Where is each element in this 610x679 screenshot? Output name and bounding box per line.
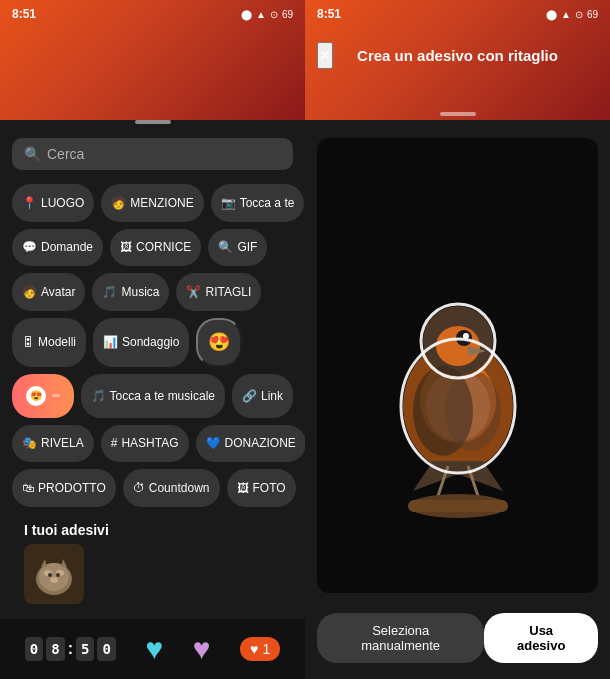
camera-icon: 📷 — [221, 196, 236, 210]
svg-point-15 — [445, 371, 501, 451]
sticker-menzione[interactable]: 🧑 MENZIONE — [101, 184, 203, 222]
clock-m2: 0 — [97, 637, 115, 661]
manual-select-button[interactable]: Seleziona manualmente — [317, 613, 484, 663]
svg-point-4 — [48, 573, 52, 577]
sticker-donazione[interactable]: 💙 DONAZIONE — [196, 425, 306, 463]
sticker-luogo[interactable]: 📍 LUOGO — [12, 184, 94, 222]
music2-icon: 🎵 — [91, 389, 106, 403]
sticker-tocca-te[interactable]: 📷 Tocca a te — [211, 184, 305, 222]
sticker-hashtag[interactable]: # HASHTAG — [101, 425, 189, 463]
cornice-icon: 🖼 — [120, 240, 132, 254]
rivela-icon: 🎭 — [22, 436, 37, 450]
sticker-prodotto[interactable]: 🛍 PRODOTTO — [12, 469, 116, 507]
sticker-row-3: 🧑 Avatar 🎵 Musica ✂️ RITAGLI — [12, 273, 293, 311]
search-bar[interactable]: 🔍 Cerca — [12, 138, 293, 170]
link-icon: 🔗 — [242, 389, 257, 403]
heart-purple-icon[interactable]: ♥ — [193, 632, 211, 666]
slider-track — [52, 394, 60, 397]
right-panel: 8:51 ⬤ ▲ ⊙ 69 × Crea un adesivo con rita… — [305, 0, 610, 679]
sticker-row-5: 😍 🎵 Tocca a te musicale 🔗 Link — [12, 374, 293, 418]
product-icon: 🛍 — [22, 481, 34, 495]
stickers-grid: 📍 LUOGO 🧑 MENZIONE 📷 Tocca a te 💬 Domand… — [0, 180, 305, 619]
notification-count: 1 — [262, 641, 270, 657]
bird-illustration — [348, 206, 568, 526]
drag-handle-right — [440, 112, 476, 116]
my-stickers-section: I tuoi adesivi — [12, 514, 293, 616]
modelli-icon: 🎛 — [22, 335, 34, 349]
close-button[interactable]: × — [317, 42, 333, 69]
sticker-tocca-musicale[interactable]: 🎵 Tocca a te musicale — [81, 374, 225, 418]
my-stickers-label: I tuoi adesivi — [12, 514, 293, 544]
right-signal-icon: ▲ — [561, 9, 571, 20]
slider-sticker[interactable]: 😍 — [12, 374, 74, 418]
heart-blue-icon[interactable]: ♥ — [145, 632, 163, 666]
sticker-avatar[interactable]: 🧑 Avatar — [12, 273, 85, 311]
sticker-row-4: 🎛 Modelli 📊 Sondaggio 😍 — [12, 318, 293, 368]
bird-svg-wrapper — [317, 138, 598, 593]
sondaggio-icon: 📊 — [103, 335, 118, 349]
sticker-domande[interactable]: 💬 Domande — [12, 229, 103, 267]
svg-point-6 — [50, 577, 58, 583]
gif-icon: 🔍 — [218, 240, 233, 254]
search-icon: 🔍 — [24, 146, 41, 162]
sticker-row-2: 💬 Domande 🖼 CORNICE 🔍 GIF — [12, 229, 293, 267]
slider-dot: 😍 — [26, 386, 46, 406]
sticker-gif[interactable]: 🔍 GIF — [208, 229, 267, 267]
sticker-musica[interactable]: 🎵 Musica — [92, 273, 169, 311]
sticker-row-6: 🎭 RIVELA # HASHTAG 💙 DONAZIONE — [12, 425, 293, 463]
use-sticker-button[interactable]: Usa adesivo — [484, 613, 598, 663]
battery-icon: 69 — [282, 9, 293, 20]
bottom-bar-left: 0 8 : 5 0 ♥ ♥ ♥ 1 — [0, 619, 305, 679]
right-bluetooth-icon: ⬤ — [546, 9, 557, 20]
domande-icon: 💬 — [22, 240, 37, 254]
music-icon: 🎵 — [102, 285, 117, 299]
search-placeholder: Cerca — [47, 146, 84, 162]
signal-icon: ▲ — [256, 9, 266, 20]
sticker-sondaggio[interactable]: 📊 Sondaggio — [93, 318, 189, 368]
drag-handle-left — [135, 120, 171, 124]
scissors-icon: ✂️ — [186, 285, 201, 299]
svg-point-5 — [56, 573, 60, 577]
bluetooth-icon: ⬤ — [241, 9, 252, 20]
right-header: × Crea un adesivo con ritaglio — [305, 30, 610, 80]
sticker-cornice[interactable]: 🖼 CORNICE — [110, 229, 201, 267]
clock-display: 0 8 : 5 0 — [25, 637, 116, 661]
my-sticker-thumbnail[interactable] — [24, 544, 84, 604]
left-time: 8:51 — [12, 7, 36, 21]
left-panel: 8:51 ⬤ ▲ ⊙ 69 🔍 Cerca 📍 LUOGO 🧑 MENZIONE… — [0, 0, 305, 679]
clock-separator: : — [68, 640, 73, 658]
hashtag-icon: # — [111, 436, 118, 450]
heart-notification-icon: ♥ — [250, 641, 258, 657]
countdown-icon: ⏱ — [133, 481, 145, 495]
svg-point-11 — [436, 326, 480, 366]
sticker-row-1: 📍 LUOGO 🧑 MENZIONE 📷 Tocca a te — [12, 184, 293, 222]
clock-m1: 5 — [76, 637, 94, 661]
luogo-icon: 📍 — [22, 196, 37, 210]
clock-h2: 8 — [46, 637, 64, 661]
right-status-bar: 8:51 ⬤ ▲ ⊙ 69 — [305, 0, 610, 28]
photo-icon: 🖼 — [237, 481, 249, 495]
sticker-modelli[interactable]: 🎛 Modelli — [12, 318, 86, 368]
sticker-link[interactable]: 🔗 Link — [232, 374, 293, 418]
avatar-icon: 🧑 — [22, 285, 37, 299]
clock-h1: 0 — [25, 637, 43, 661]
notification-button[interactable]: ♥ 1 — [240, 637, 280, 661]
svg-rect-21 — [408, 500, 508, 512]
right-time: 8:51 — [317, 7, 341, 21]
right-wifi-icon: ⊙ — [575, 9, 583, 20]
donate-icon: 💙 — [206, 436, 221, 450]
left-status-bar: 8:51 ⬤ ▲ ⊙ 69 — [0, 0, 305, 28]
bird-image-container — [317, 138, 598, 593]
bottom-actions: Seleziona manualmente Usa adesivo — [305, 603, 610, 679]
sticker-emoji-reaction[interactable]: 😍 — [196, 318, 242, 368]
right-battery-icon: 69 — [587, 9, 598, 20]
sticker-rivela[interactable]: 🎭 RIVELA — [12, 425, 94, 463]
header-title: Crea un adesivo con ritaglio — [357, 47, 558, 64]
sticker-countdown[interactable]: ⏱ Countdown — [123, 469, 220, 507]
sticker-ritagli[interactable]: ✂️ RITAGLI — [176, 273, 261, 311]
menzione-icon: 🧑 — [111, 196, 126, 210]
sticker-row-7: 🛍 PRODOTTO ⏱ Countdown 🖼 FOTO — [12, 469, 293, 507]
sticker-foto[interactable]: 🖼 FOTO — [227, 469, 296, 507]
left-status-icons: ⬤ ▲ ⊙ 69 — [241, 9, 293, 20]
wifi-icon: ⊙ — [270, 9, 278, 20]
